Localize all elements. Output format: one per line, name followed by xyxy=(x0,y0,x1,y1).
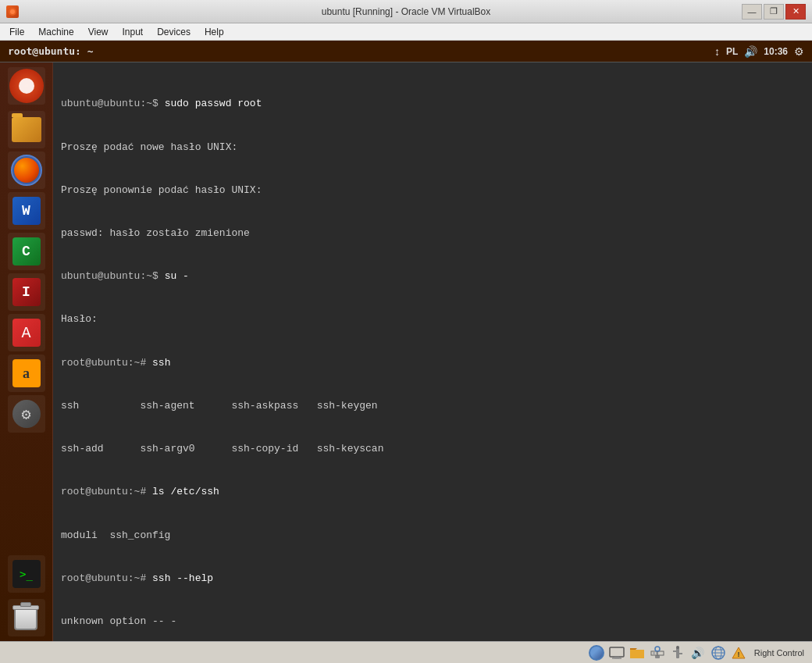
menu-help[interactable]: Help xyxy=(198,25,230,39)
writer-icon: W xyxy=(12,197,41,225)
svg-point-14 xyxy=(676,646,679,649)
speaker-icon: 🔊 xyxy=(744,45,757,58)
sidebar-item-terminal[interactable]: >_ xyxy=(8,555,45,593)
bottom-folder-icon[interactable] xyxy=(629,645,645,661)
menu-view[interactable]: View xyxy=(82,25,115,39)
terminal-line-12: root@ubuntu:~# ssh --help xyxy=(61,572,804,586)
amazon-icon: a xyxy=(12,359,41,387)
sidebar-item-trash[interactable] xyxy=(8,599,45,636)
terminal-line-5: ubuntu@ubuntu:~$ su - xyxy=(61,269,804,284)
menu-machine[interactable]: Machine xyxy=(32,25,80,39)
terminal-line-1: ubuntu@ubuntu:~$ sudo passwd root xyxy=(61,97,804,112)
sidebar-item-files[interactable] xyxy=(8,111,45,148)
svg-rect-11 xyxy=(676,647,679,658)
status-time: 10:36 xyxy=(764,46,788,57)
sidebar-item-settings[interactable]: ⚙ xyxy=(8,395,45,433)
trash-icon xyxy=(14,604,39,632)
minimize-button[interactable]: — xyxy=(742,4,762,20)
virtualbox-icon xyxy=(6,5,19,18)
svg-rect-13 xyxy=(679,653,682,654)
menu-input[interactable]: Input xyxy=(116,25,150,39)
vm-status-right: ↕ PL 🔊 10:36 ⚙ xyxy=(714,45,804,58)
right-control-label: Right Control xyxy=(754,648,804,658)
svg-point-1 xyxy=(10,9,15,14)
bottom-globe-icon[interactable] xyxy=(589,645,604,661)
files-icon xyxy=(12,117,41,142)
svg-rect-12 xyxy=(673,651,676,652)
bottom-usb-icon[interactable] xyxy=(670,645,686,661)
window-title: ubuntu [Running] - Oracle VM VirtualBox xyxy=(322,6,491,17)
sidebar-item-software-center[interactable]: A xyxy=(8,314,45,351)
terminal-line-4: passwd: hasło zostało zmienione xyxy=(61,226,804,241)
restore-button[interactable]: ❐ xyxy=(764,4,784,20)
calc-icon: C xyxy=(12,237,41,266)
terminal-line-11: moduli ssh_config xyxy=(61,529,804,544)
bottom-network-icon[interactable] xyxy=(650,645,665,661)
sidebar-item-firefox[interactable] xyxy=(8,151,45,189)
impress-icon: I xyxy=(12,278,41,306)
sidebar-item-ubuntu[interactable] xyxy=(8,67,45,105)
sidebar: W C I A a ⚙ xyxy=(0,62,53,641)
title-bar-left xyxy=(6,5,19,18)
vm-main: W C I A a ⚙ xyxy=(0,62,812,641)
vm-terminal-title: root@ubuntu: ~ xyxy=(8,45,94,57)
svg-point-9 xyxy=(655,647,660,651)
terminal-icon: >_ xyxy=(12,560,41,588)
settings-icon: ⚙ xyxy=(12,400,41,428)
gear-icon[interactable]: ⚙ xyxy=(794,45,804,58)
terminal-line-6: Hasło: xyxy=(61,312,804,327)
menu-file[interactable]: File xyxy=(3,25,30,39)
scroll-icon: ↕ xyxy=(714,45,720,58)
terminal-line-9: ssh-add ssh-argv0 ssh-copy-id ssh-keysca… xyxy=(61,442,804,457)
firefox-icon xyxy=(11,155,42,186)
sidebar-item-calc[interactable]: C xyxy=(8,233,45,270)
sidebar-item-amazon[interactable]: a xyxy=(8,355,45,392)
vm-status-bar: root@ubuntu: ~ ↕ PL 🔊 10:36 ⚙ xyxy=(0,41,812,62)
title-bar: ubuntu [Running] - Oracle VM VirtualBox … xyxy=(0,0,812,23)
terminal-line-13: unknown option -- - xyxy=(61,615,804,629)
sidebar-item-impress[interactable]: I xyxy=(8,273,45,311)
bottom-bar: 🔊 ! Right Control xyxy=(0,641,812,663)
svg-rect-5 xyxy=(655,655,660,658)
terminal-line-2: Proszę podać nowe hasło UNIX: xyxy=(61,141,804,155)
sidebar-item-writer[interactable]: W xyxy=(8,192,45,230)
bottom-warning-icon[interactable]: ! xyxy=(731,645,746,661)
svg-rect-7 xyxy=(653,652,655,654)
terminal-line-3: Proszę ponownie podać hasło UNIX: xyxy=(61,184,804,198)
window-controls: — ❐ ✕ xyxy=(742,4,806,20)
bottom-display-icon[interactable] xyxy=(609,645,625,661)
bottom-speaker-icon[interactable]: 🔊 xyxy=(690,645,706,661)
software-center-icon: A xyxy=(12,319,41,347)
bottom-network-globe-icon[interactable] xyxy=(710,645,726,661)
terminal-area[interactable]: ubuntu@ubuntu:~$ sudo passwd root Proszę… xyxy=(53,62,812,641)
ubuntu-logo-icon xyxy=(9,69,44,103)
svg-text:!: ! xyxy=(737,651,739,658)
keyboard-layout: PL xyxy=(726,46,738,57)
menu-bar: File Machine View Input Devices Help xyxy=(0,23,812,41)
terminal-line-8: ssh ssh-agent ssh-askpass ssh-keygen xyxy=(61,399,804,414)
terminal-line-7: root@ubuntu:~# ssh xyxy=(61,356,804,371)
svg-rect-2 xyxy=(610,647,624,657)
close-button[interactable]: ✕ xyxy=(785,4,806,20)
terminal-line-10: root@ubuntu:~# ls /etc/ssh xyxy=(61,485,804,500)
menu-devices[interactable]: Devices xyxy=(151,25,197,39)
vm-content: root@ubuntu: ~ ↕ PL 🔊 10:36 ⚙ xyxy=(0,41,812,663)
